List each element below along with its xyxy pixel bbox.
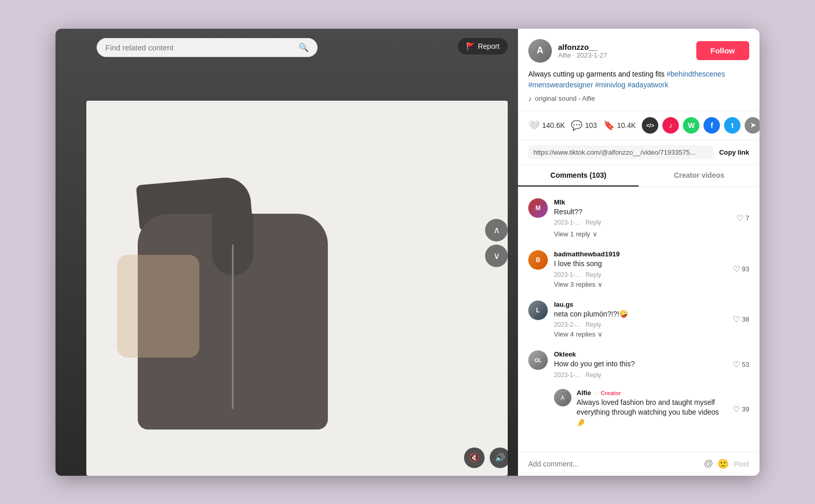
user-details: alfonzzo__ Alfie · 2023-1-27 <box>558 43 607 59</box>
comment-date: 2023-1-... <box>554 219 580 226</box>
view-replies-button[interactable]: View 1 reply ∨ <box>554 230 598 238</box>
tab-comments[interactable]: Comments (103) <box>518 165 639 186</box>
avatar: A <box>528 39 552 63</box>
mention-button[interactable]: @ <box>703 458 713 469</box>
more-share-button[interactable]: ➤ <box>745 117 760 134</box>
nav-up-button[interactable]: ∧ <box>485 219 508 241</box>
hashtag-3[interactable]: #minivlog <box>595 81 625 89</box>
like-heart-icon[interactable]: ♡ <box>733 264 740 274</box>
display-name: Alfie <box>558 51 571 59</box>
view-replies-label: View 3 replies <box>554 281 596 288</box>
video-content[interactable]: ∧ ∨ 🔇 🔊 <box>55 29 518 476</box>
report-button[interactable]: 🚩 Report <box>458 38 508 54</box>
tiktok-share-button[interactable]: ♪ <box>662 117 679 134</box>
saves-count: 10.4K <box>617 121 636 129</box>
search-button[interactable]: 🔍 <box>299 43 309 52</box>
reply-button[interactable]: Reply <box>585 219 601 226</box>
reply-text: Always loved fashion bro and taught myse… <box>577 398 728 428</box>
whatsapp-share-button[interactable]: W <box>683 117 699 134</box>
comment-like: ♡ 38 <box>733 301 749 339</box>
input-icons: @ 🙂 <box>703 458 728 470</box>
like-count: 93 <box>742 265 749 273</box>
reply-like-count: 39 <box>742 405 749 413</box>
music-text: original sound - Alfie <box>535 95 595 102</box>
twitter-share-button[interactable]: t <box>724 117 740 134</box>
hands-area <box>117 255 199 358</box>
volume-button[interactable]: 🔊 <box>490 447 510 468</box>
username: alfonzzo__ <box>558 43 607 51</box>
embed-share-button[interactable]: </> <box>642 117 658 134</box>
like-heart-icon[interactable]: ♡ <box>733 314 740 324</box>
like-heart-icon[interactable]: ♡ <box>733 404 740 414</box>
comment-date: 2023-1-... <box>554 271 580 278</box>
comment-like: ♡ 93 <box>733 250 749 288</box>
main-container: 🔍 🚩 Report <box>55 29 760 476</box>
post-comment-button[interactable]: Post <box>734 460 749 468</box>
volume-icon: 🔊 <box>495 453 505 462</box>
chevron-down-icon: ∨ <box>592 230 598 238</box>
share-icons: </> ♪ W f t ➤ <box>642 117 760 134</box>
view-replies-button[interactable]: View 3 replies ∨ <box>554 281 603 288</box>
comment-meta: 2023-1-... Reply <box>554 219 730 226</box>
reply-item: A Alfie · Creator Always loved fashion b… <box>518 385 760 434</box>
follow-button[interactable]: Follow <box>696 41 750 60</box>
view-replies-button[interactable]: View 4 replies ∨ <box>554 330 603 338</box>
comment-input[interactable] <box>528 460 698 468</box>
comment-item: OL Okleek How do you get into this? 2023… <box>518 344 760 385</box>
stats-row: 🤍 140.6K 💬 103 🔖 10.4K </> ♪ W <box>518 111 760 140</box>
reply-button[interactable]: Reply <box>585 371 601 379</box>
nav-down-button[interactable]: ∨ <box>485 245 508 267</box>
comment-date: 2023-2-... <box>554 321 580 328</box>
caption-text: Always cutting up garments and testing f… <box>528 70 664 78</box>
comment-body: lau.gs neta con plumón?!?!🤪 2023-2-... R… <box>554 301 727 339</box>
view-replies-label: View 4 replies <box>554 330 596 338</box>
facebook-share-button[interactable]: f <box>703 117 720 134</box>
commenter-avatar: M <box>528 198 548 218</box>
hashtag-4[interactable]: #adayatwork <box>627 81 668 89</box>
emoji-icon: 🙂 <box>717 459 729 469</box>
commenter-avatar: L <box>528 301 548 320</box>
copy-link-button[interactable]: Copy link <box>719 148 749 156</box>
mute-icon: 🔇 <box>469 453 479 462</box>
like-count: 7 <box>746 214 749 222</box>
search-input[interactable] <box>105 43 294 52</box>
flag-icon: 🚩 <box>466 42 475 50</box>
hashtag-2[interactable]: #mensweardesigner <box>528 81 593 89</box>
hashtag-1[interactable]: #behindthescenes <box>666 70 725 78</box>
comment-input-row: @ 🙂 Post <box>518 452 760 476</box>
mention-icon: @ <box>703 458 713 469</box>
tab-creator-videos[interactable]: Creator videos <box>639 165 760 186</box>
twitter-icon: t <box>731 121 734 129</box>
comments-count: 103 <box>585 121 597 129</box>
comment-meta: 2023-1-... Reply <box>554 371 727 379</box>
search-icon: 🔍 <box>299 43 309 52</box>
commenter-username: Okleek <box>554 350 727 358</box>
reply-button[interactable]: Reply <box>585 321 601 328</box>
comment-meta: 2023-2-... Reply <box>554 321 727 328</box>
comment-icon[interactable]: 💬 <box>571 120 582 131</box>
reply-button[interactable]: Reply <box>585 271 601 278</box>
comment-text: How do you get into this? <box>554 359 727 369</box>
search-bar: 🔍 <box>97 38 318 57</box>
commenter-avatar: OL <box>528 350 548 370</box>
chevron-up-icon: ∧ <box>493 225 500 236</box>
comment-date: 2023-1-... <box>554 371 580 379</box>
video-scene <box>55 29 518 476</box>
bookmark-icon[interactable]: 🔖 <box>603 120 615 131</box>
emoji-button[interactable]: 🙂 <box>717 458 729 470</box>
embed-icon: </> <box>646 122 654 128</box>
user-row: A alfonzzo__ Alfie · 2023-1-27 Follow <box>528 39 749 63</box>
like-heart-icon[interactable]: ♡ <box>733 360 740 369</box>
chevron-down-icon: ∨ <box>598 330 603 338</box>
comment-like: ♡ 53 <box>733 350 749 379</box>
comment-text: Result?? <box>554 207 730 217</box>
heart-icon[interactable]: 🤍 <box>528 120 540 131</box>
report-label: Report <box>478 42 499 50</box>
like-heart-icon[interactable]: ♡ <box>736 213 744 223</box>
post-caption: Always cutting up garments and testing f… <box>528 69 749 90</box>
mute-button[interactable]: 🔇 <box>464 447 485 468</box>
likes-count: 140.6K <box>542 121 565 129</box>
reply-username: Alfie · Creator <box>577 389 728 397</box>
comments-stat: 💬 103 <box>571 120 597 131</box>
commenter-username: lau.gs <box>554 301 727 308</box>
